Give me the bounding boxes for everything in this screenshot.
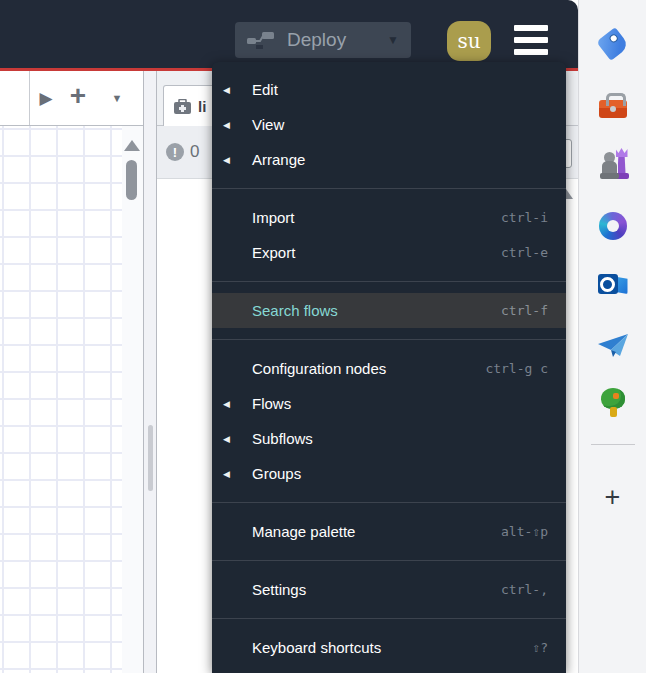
menu-item-manage-palette[interactable]: Manage palettealt-⇧p [212,514,566,549]
toolbox-icon[interactable] [596,88,630,122]
tag-icon[interactable] [596,27,630,61]
browser-sidebar: + [578,0,646,673]
canvas-scrollbar-thumb[interactable] [126,160,137,200]
sidebar-splitter[interactable] [143,71,157,673]
menu-item-subflows[interactable]: ◀Subflows [212,421,566,456]
menu-item-label: Manage palette [252,523,355,540]
menu-item-shortcut: ctrl-, [501,582,548,597]
menu-item-label: Search flows [252,302,338,319]
menu-separator [212,560,566,561]
flow-canvas[interactable] [0,126,143,673]
menu-item-label: Keyboard shortcuts [252,639,381,656]
scroll-up-arrow-icon[interactable] [124,140,140,151]
deploy-dropdown-chevron-icon[interactable]: ▼ [375,33,411,47]
tree-icon[interactable] [596,386,630,420]
menu-item-label: Subflows [252,430,313,447]
hamburger-icon [514,25,548,31]
menu-item-search-flows[interactable]: Search flowsctrl-f [212,293,566,328]
menu-item-label: Flows [252,395,291,412]
issue-counter[interactable]: ! 0 [166,142,199,162]
submenu-arrow-icon: ◀ [223,434,230,444]
menu-item-label: Groups [252,465,301,482]
menu-item-label: Import [252,209,295,226]
workspace-tabbar: ▶ + ▼ [0,71,143,126]
submenu-arrow-icon: ◀ [223,469,230,479]
menu-item-label: Edit [252,81,278,98]
canvas-grid [0,126,123,673]
menu-item-shortcut: alt-⇧p [501,524,548,539]
menu-separator [212,188,566,189]
submenu-arrow-icon: ◀ [223,399,230,409]
app-header: Deploy ▼ su [0,0,578,68]
add-sidebar-item-button[interactable]: + [596,480,630,514]
node-red-window: Deploy ▼ su ▶ + ▼ [0,0,578,673]
add-flow-button[interactable]: + [62,71,94,125]
flow-list-button[interactable]: ▼ [100,71,134,125]
tabbar-divider [29,71,30,125]
main-menu-dropdown: ◀Edit◀View◀ArrangeImportctrl-iExportctrl… [212,62,566,673]
deploy-nodes-icon [247,31,275,49]
menu-item-label: View [252,116,284,133]
paper-plane-icon[interactable] [596,329,630,363]
submenu-arrow-icon: ◀ [223,155,230,165]
menu-item-label: Export [252,244,295,261]
chess-icon[interactable] [596,147,630,181]
menu-item-export[interactable]: Exportctrl-e [212,235,566,270]
deploy-label: Deploy [287,29,346,51]
outlook-icon[interactable] [596,268,630,302]
menu-item-edit[interactable]: ◀Edit [212,72,566,107]
m365-icon[interactable] [596,209,630,243]
menu-item-shortcut: ctrl-i [501,210,548,225]
menu-separator [212,618,566,619]
menu-item-settings[interactable]: Settingsctrl-, [212,572,566,607]
exclamation-circle-icon: ! [166,143,184,161]
menu-item-view[interactable]: ◀View [212,107,566,142]
menu-separator [212,281,566,282]
menu-separator [212,502,566,503]
submenu-arrow-icon: ◀ [223,120,230,130]
menu-item-arrange[interactable]: ◀Arrange [212,142,566,177]
menu-item-shortcut: ctrl-e [501,245,548,260]
menu-item-label: Settings [252,581,306,598]
user-avatar[interactable]: su [447,21,491,61]
menu-item-flows[interactable]: ◀Flows [212,386,566,421]
menu-separator [212,339,566,340]
menu-item-import[interactable]: Importctrl-i [212,200,566,235]
menu-item-groups[interactable]: ◀Groups [212,456,566,491]
menu-item-shortcut: ctrl-g c [485,361,548,376]
submenu-arrow-icon: ◀ [223,85,230,95]
menu-item-shortcut: ctrl-f [501,303,548,318]
menu-item-label: Arrange [252,151,305,168]
medkit-icon [174,99,191,114]
menu-item-configuration-nodes[interactable]: Configuration nodesctrl-g c [212,351,566,386]
menu-item-keyboard-shortcuts[interactable]: Keyboard shortcuts⇧? [212,630,566,665]
sidebar-scrollbar-thumb[interactable] [148,425,153,491]
menu-item-label: Configuration nodes [252,360,386,377]
sidebar-divider [591,444,635,445]
issue-count: 0 [190,142,199,162]
deploy-button[interactable]: Deploy ▼ [235,22,411,58]
sidebar-tab-label: li [198,98,206,115]
hamburger-menu-button[interactable] [514,25,548,61]
scroll-tabs-button[interactable]: ▶ [32,71,60,125]
menu-item-shortcut: ⇧? [532,640,548,655]
canvas-scrollbar [122,126,143,673]
